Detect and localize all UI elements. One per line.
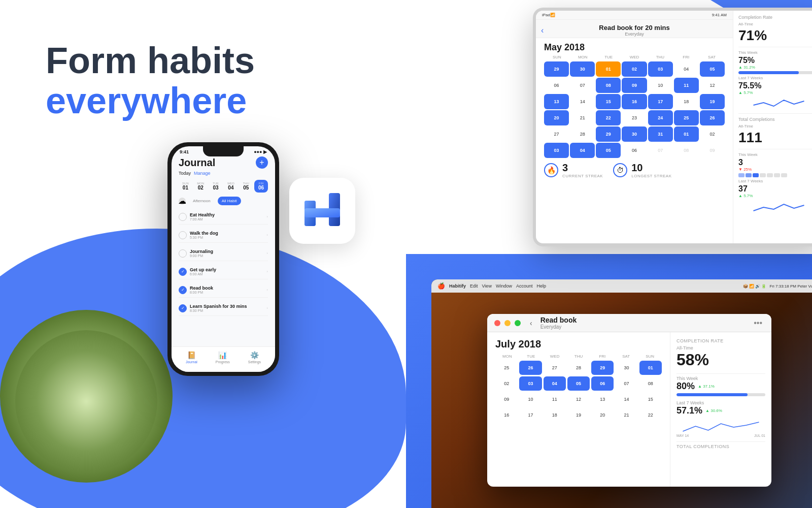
cal-04[interactable]: 04 — [674, 61, 699, 77]
date-tue[interactable]: TUE 03 — [209, 180, 223, 193]
cal-r5-01[interactable]: 01 — [674, 126, 699, 142]
cal-02[interactable]: 02 — [622, 61, 647, 77]
mac-cal-25[interactable]: 25 — [495, 361, 518, 375]
habit-check-read-book[interactable]: ✓ — [179, 286, 187, 294]
mac-maximize-button[interactable] — [515, 320, 521, 326]
mac-menu-edit[interactable]: Edit — [470, 283, 478, 289]
cal-r5-02[interactable]: 02 — [700, 126, 725, 142]
date-thu[interactable]: THU 05 — [239, 180, 253, 193]
cal-20[interactable]: 20 — [544, 110, 569, 125]
habit-read-book[interactable]: ✓ Read book 8:00 PM › — [179, 282, 268, 298]
mac-cal-29[interactable]: 29 — [591, 361, 614, 375]
cal-23[interactable]: 23 — [622, 110, 647, 125]
mac-cal-r4-16[interactable]: 16 — [495, 408, 518, 422]
cal-19[interactable]: 19 — [700, 94, 725, 109]
date-fri-active[interactable]: FRI 06 — [254, 180, 268, 193]
mac-cal-r3-11[interactable]: 11 — [544, 392, 566, 406]
mac-cal-r4-18[interactable]: 18 — [544, 408, 566, 422]
date-sun[interactable]: SUN 01 — [179, 180, 192, 193]
cal-15[interactable]: 15 — [596, 94, 621, 109]
cal-r5-29[interactable]: 29 — [596, 126, 621, 142]
mac-cal-27[interactable]: 27 — [544, 361, 566, 375]
mac-more-button[interactable]: ••• — [754, 319, 762, 328]
habit-check-journaling[interactable] — [179, 249, 187, 258]
date-wed[interactable]: WED 04 — [224, 180, 238, 193]
cal-03[interactable]: 03 — [648, 61, 673, 77]
cal-30[interactable]: 30 — [570, 61, 595, 77]
cal-12[interactable]: 12 — [700, 78, 725, 93]
mac-cal-r3-13[interactable]: 13 — [591, 392, 614, 406]
habit-eat-healthy[interactable]: Eat Healthy 7:00 AM › — [179, 209, 268, 225]
mac-cal-r2-08[interactable]: 08 — [639, 376, 662, 391]
mac-cal-r3-10[interactable]: 10 — [519, 392, 542, 406]
afternoon-filter[interactable]: Afternoon — [189, 197, 215, 205]
mac-cal-r2-04[interactable]: 04 — [544, 376, 566, 391]
habit-check-walk-dog[interactable] — [179, 231, 187, 239]
cal-10[interactable]: 10 — [648, 78, 673, 93]
mac-cal-r3-14[interactable]: 14 — [615, 392, 637, 406]
mac-menu-account[interactable]: Account — [516, 283, 533, 289]
cal-r6-06[interactable]: 06 — [622, 143, 647, 158]
date-mon[interactable]: MON 02 — [194, 180, 208, 193]
cal-21[interactable]: 21 — [570, 110, 595, 125]
mac-cal-r2-03[interactable]: 03 — [519, 376, 542, 391]
habit-walk-dog[interactable]: Walk the dog 5:30 PM › — [179, 228, 268, 243]
cal-26[interactable]: 26 — [700, 110, 725, 125]
cal-r6-04[interactable]: 04 — [570, 143, 595, 158]
mac-menu-window[interactable]: Window — [496, 283, 512, 289]
mac-cal-r4-19[interactable]: 19 — [567, 408, 590, 422]
mac-cal-r3-15[interactable]: 15 — [639, 392, 662, 406]
cal-24[interactable]: 24 — [648, 110, 673, 125]
cal-r6-05[interactable]: 05 — [596, 143, 621, 158]
nav-progress[interactable]: 📊 Progress — [216, 351, 230, 364]
habit-check-eat-healthy[interactable] — [179, 213, 187, 221]
cal-07[interactable]: 07 — [570, 78, 595, 93]
nav-journal[interactable]: 📔 Journal — [186, 351, 197, 364]
cal-14[interactable]: 14 — [570, 94, 595, 109]
mac-cal-r3-12[interactable]: 12 — [567, 392, 590, 406]
habit-journaling[interactable]: Journaling 9:00 PM › — [179, 246, 268, 261]
habit-check-learn-spanish[interactable]: ✓ — [179, 304, 187, 312]
mac-back-button[interactable]: ‹ — [530, 319, 532, 327]
cal-r6-03[interactable]: 03 — [544, 143, 569, 158]
nav-settings[interactable]: ⚙️ Settings — [248, 351, 261, 364]
mac-cal-r2-07[interactable]: 07 — [615, 376, 637, 391]
cal-16[interactable]: 16 — [622, 94, 647, 109]
cal-18[interactable]: 18 — [674, 94, 699, 109]
cal-25[interactable]: 25 — [674, 110, 699, 125]
habit-check-get-up-early[interactable]: ✓ — [179, 268, 187, 276]
habit-learn-spanish[interactable]: ✓ Learn Spanish for 30 mins 8:30 PM › — [179, 301, 268, 316]
manage-label[interactable]: Manage — [194, 171, 211, 176]
mac-cal-r3-09[interactable]: 09 — [495, 392, 518, 406]
cal-08[interactable]: 08 — [596, 78, 621, 93]
add-habit-button[interactable]: + — [256, 156, 268, 169]
ipad-back-button[interactable]: ‹ — [541, 26, 544, 35]
mac-menu-help[interactable]: Help — [536, 283, 546, 289]
cal-28[interactable]: 28 — [570, 126, 595, 142]
cal-r5-31[interactable]: 31 — [648, 126, 673, 142]
mac-cal-r4-17[interactable]: 17 — [519, 408, 542, 422]
mac-close-button[interactable] — [494, 320, 500, 326]
cal-09[interactable]: 09 — [622, 78, 647, 93]
mac-cal-26[interactable]: 26 — [519, 361, 542, 375]
mac-cal-02[interactable]: 02 — [495, 376, 518, 391]
cal-17[interactable]: 17 — [648, 94, 673, 109]
mac-menu-view[interactable]: View — [482, 283, 492, 289]
mac-cal-r2-05[interactable]: 05 — [567, 376, 590, 391]
cal-01[interactable]: 01 — [596, 61, 621, 77]
cal-11[interactable]: 11 — [674, 78, 699, 93]
mac-cal-r4-20[interactable]: 20 — [591, 408, 614, 422]
cal-22[interactable]: 22 — [596, 110, 621, 125]
mac-cal-28[interactable]: 28 — [567, 361, 590, 375]
cal-r5-30[interactable]: 30 — [622, 126, 647, 142]
cal-13[interactable]: 13 — [544, 94, 569, 109]
cal-29[interactable]: 29 — [544, 61, 569, 77]
mac-cal-r4-22[interactable]: 22 — [639, 408, 662, 422]
cal-05[interactable]: 05 — [700, 61, 725, 77]
cal-06[interactable]: 06 — [544, 78, 569, 93]
mac-cal-30[interactable]: 30 — [615, 361, 637, 375]
mac-cal-r2-06[interactable]: 06 — [591, 376, 614, 391]
habit-get-up-early[interactable]: ✓ Get up early 6:00 AM › — [179, 264, 268, 279]
mac-cal-01[interactable]: 01 — [639, 361, 662, 375]
mac-minimize-button[interactable] — [504, 320, 511, 326]
